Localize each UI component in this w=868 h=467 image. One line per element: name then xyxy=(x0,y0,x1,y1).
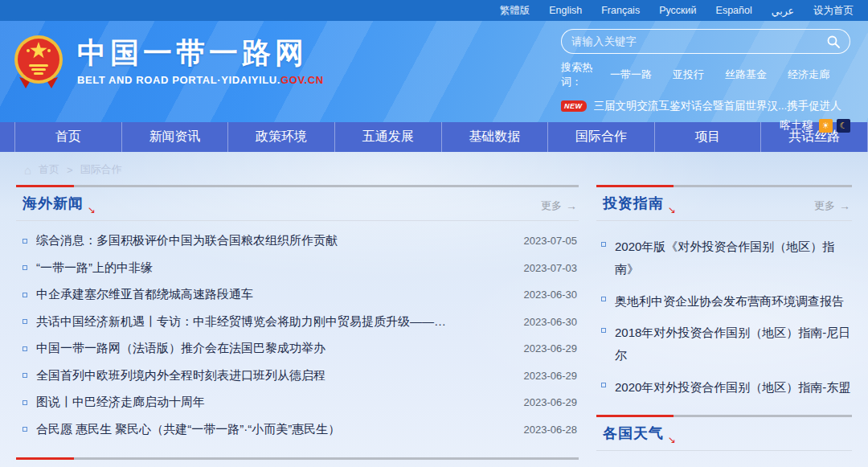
overseas-news-title: 海外新闻 xyxy=(23,194,84,213)
site-title: 中国一带一路网 xyxy=(77,36,324,69)
overseas-news-panel: 海外新闻 ↘ 更多 → 综合消息：多国积极评价中国为联合国粮农组织所作贡献 20… xyxy=(16,185,579,467)
news-item[interactable]: 合民愿 惠民生 聚民心（共建“一带一路”·“小而美”惠民生） 2023-06-2… xyxy=(23,416,577,444)
guide-item[interactable]: 2020年版《对外投资合作国别（地区）指南》 xyxy=(601,231,852,285)
lang-russian[interactable]: Русский xyxy=(659,5,696,16)
lang-spanish[interactable]: Español xyxy=(716,5,752,16)
news-item[interactable]: 共话中国经济新机遇丨专访：中非经贸博览会将助力刚中贸易提质升级——… 2023-… xyxy=(23,309,577,336)
search-input[interactable] xyxy=(571,35,827,47)
nav-news[interactable]: 新闻资讯 xyxy=(122,122,229,152)
guide-item[interactable]: 2018年对外投资合作国别（地区）指南-尼日尔 xyxy=(601,317,852,371)
bullet-icon xyxy=(601,328,606,333)
news-item[interactable]: “一带一路”上的中非缘 2023-07-03 xyxy=(23,255,577,282)
bullet-icon xyxy=(601,383,606,387)
weather-city-label: 喀土穆 xyxy=(780,118,813,133)
moon-icon: ☾ xyxy=(837,119,850,133)
breadcrumb-current: 国际合作 xyxy=(80,162,122,177)
search-box[interactable] xyxy=(561,29,850,54)
nav-five-connectivity[interactable]: 五通发展 xyxy=(335,122,442,152)
news-item[interactable]: 图说丨中巴经济走廊启动十周年 2023-06-29 xyxy=(23,389,577,416)
hot-word-silkroad-fund[interactable]: 丝路基金 xyxy=(725,68,767,82)
news-item[interactable]: 中国一带一路网（法语版）推介会在法国巴黎成功举办 2023-06-29 xyxy=(23,335,577,363)
breadcrumb: ⌂ 首页 > 国际合作 xyxy=(16,152,852,185)
subtitle-govcn: GOV.CN xyxy=(280,74,324,86)
news-item[interactable]: 综合消息：多国积极评价中国为联合国粮农组织所作贡献 2023-07-05 xyxy=(23,227,577,255)
news-item-date: 2023-06-29 xyxy=(524,370,578,382)
site-subtitle: BELT AND ROAD PORTAL·YIDAIYILU.GOV.CN xyxy=(77,74,324,86)
lang-english[interactable]: English xyxy=(549,5,582,16)
hot-word-belt-road[interactable]: 一带一路 xyxy=(610,68,652,82)
bullet-icon xyxy=(23,346,27,351)
bullet-icon xyxy=(23,400,27,405)
country-weather-title: 各国天气 xyxy=(603,424,664,443)
hot-search-row: 搜索热词： 一带一路 亚投行 丝路基金 经济走廊 xyxy=(561,60,850,89)
bullet-icon xyxy=(23,239,27,244)
investment-guide-more-link[interactable]: 更多 → xyxy=(814,199,850,213)
news-item-date: 2023-06-30 xyxy=(524,289,578,301)
nav-basic-data[interactable]: 基础数据 xyxy=(442,122,549,152)
guide-item-title[interactable]: 2018年对外投资合作国别（地区）指南-尼日尔 xyxy=(615,322,852,367)
search-icon[interactable] xyxy=(827,35,840,48)
guide-item[interactable]: 奥地利中资企业协会发布营商环境调查报告 xyxy=(601,285,852,317)
news-item-title[interactable]: 图说丨中巴经济走廊启动十周年 xyxy=(36,395,524,410)
red-arrow-icon: ↘ xyxy=(668,434,676,445)
news-item-title[interactable]: 综合消息：多国积极评价中国为联合国粮农组织所作贡献 xyxy=(36,233,524,248)
bullet-icon xyxy=(23,373,27,378)
nav-policy[interactable]: 政策环境 xyxy=(228,122,335,152)
nav-home[interactable]: 首页 xyxy=(15,122,122,152)
news-item-date: 2023-06-29 xyxy=(524,342,578,354)
lang-french[interactable]: Français xyxy=(601,5,640,16)
right-column: 投资指南 ↘ 更多 → 2020年版《对外投资合作国别（地区）指南》 奥地利中资… xyxy=(596,185,852,467)
page-content: ⌂ 首页 > 国际合作 海外新闻 ↘ 更多 → 综合消息：多国积极评价中国为联合… xyxy=(0,152,868,467)
overseas-news-header: 海外新闻 ↘ 更多 → xyxy=(16,185,579,221)
new-badge: NEW xyxy=(561,100,587,112)
ticker-headline[interactable]: 三届文明交流互鉴对话会暨首届世界汉...携手促进人 xyxy=(594,99,841,113)
more-arrow-icon: → xyxy=(839,199,850,212)
news-item-title[interactable]: 全国首列中欧班列境内外全程时刻表进口班列从德启程 xyxy=(36,368,524,383)
investment-guide-header: 投资指南 ↘ 更多 → xyxy=(596,185,852,221)
set-homepage-link[interactable]: 设为首页 xyxy=(813,4,854,18)
hot-word-economic-corridor[interactable]: 经济走廊 xyxy=(788,68,829,82)
subtitle-domain: BELT AND ROAD PORTAL·YIDAIYILU. xyxy=(77,74,280,86)
news-item-title[interactable]: 合民愿 惠民生 聚民心（共建“一带一路”·“小而美”惠民生） xyxy=(36,422,524,437)
bullet-icon xyxy=(23,293,27,297)
news-item-title[interactable]: 共话中国经济新机遇丨专访：中非经贸博览会将助力刚中贸易提质升级——… xyxy=(36,314,524,330)
news-item-date: 2023-07-03 xyxy=(524,262,578,274)
breadcrumb-separator: > xyxy=(67,164,73,176)
overseas-silkroad-header: 海外看丝路 ↘ xyxy=(16,457,579,467)
red-arrow-icon: ↘ xyxy=(88,204,96,215)
news-item-title[interactable]: “一带一路”上的中非缘 xyxy=(36,260,524,276)
overseas-news-more-link[interactable]: 更多 → xyxy=(541,199,577,213)
news-item[interactable]: 中企承建塞尔维亚首都绕城高速路段通车 2023-06-30 xyxy=(23,281,577,309)
lang-traditional[interactable]: 繁體版 xyxy=(500,4,530,18)
site-header: 中国一带一路网 BELT AND ROAD PORTAL·YIDAIYILU.G… xyxy=(0,21,868,122)
sun-icon: ☀ xyxy=(819,119,833,133)
more-label: 更多 xyxy=(814,199,835,213)
country-weather-header: 各国天气 ↘ xyxy=(596,415,852,451)
weather-strip[interactable]: 喀土穆 ☀ ☾ xyxy=(561,118,850,133)
guide-item-title[interactable]: 2020年对外投资合作国别（地区）指南-东盟 xyxy=(615,376,850,399)
news-item-title[interactable]: 中国一带一路网（法语版）推介会在法国巴黎成功举办 xyxy=(36,341,524,356)
site-brand[interactable]: 中国一带一路网 BELT AND ROAD PORTAL·YIDAIYILU.G… xyxy=(13,32,324,90)
bullet-icon xyxy=(23,427,27,432)
breadcrumb-home[interactable]: 首页 xyxy=(39,162,59,177)
bullet-icon xyxy=(23,319,27,324)
red-arrow-icon: ↘ xyxy=(668,204,676,215)
bullet-icon xyxy=(601,297,606,301)
lang-arabic[interactable]: عربي xyxy=(772,5,794,17)
hot-search-label: 搜索热词： xyxy=(561,60,599,89)
guide-item-title[interactable]: 2020年版《对外投资合作国别（地区）指南》 xyxy=(615,236,852,281)
guide-item-title[interactable]: 奥地利中资企业协会发布营商环境调查报告 xyxy=(615,290,844,313)
investment-guide-title: 投资指南 xyxy=(603,194,664,213)
header-right: 搜索热词： 一带一路 亚投行 丝路基金 经济走廊 NEW 三届文明交流互鉴对话会… xyxy=(561,29,850,133)
news-ticker[interactable]: NEW 三届文明交流互鉴对话会暨首届世界汉...携手促进人 xyxy=(561,99,850,113)
home-icon[interactable]: ⌂ xyxy=(24,163,31,177)
overseas-news-list: 综合消息：多国积极评价中国为联合国粮农组织所作贡献 2023-07-05 “一带… xyxy=(16,221,579,443)
national-emblem-logo xyxy=(13,32,64,90)
investment-guide-list: 2020年版《对外投资合作国别（地区）指南》 奥地利中资企业协会发布营商环境调查… xyxy=(596,221,852,404)
news-item-title[interactable]: 中企承建塞尔维亚首都绕城高速路段通车 xyxy=(36,287,524,302)
investment-guide-panel: 投资指南 ↘ 更多 → 2020年版《对外投资合作国别（地区）指南》 奥地利中资… xyxy=(596,185,852,404)
news-item[interactable]: 全国首列中欧班列境内外全程时刻表进口班列从德启程 2023-06-29 xyxy=(23,363,577,390)
guide-item[interactable]: 2020年对外投资合作国别（地区）指南-东盟 xyxy=(601,371,852,404)
brand-text: 中国一带一路网 BELT AND ROAD PORTAL·YIDAIYILU.G… xyxy=(77,36,324,86)
hot-word-aiib[interactable]: 亚投行 xyxy=(673,68,704,82)
